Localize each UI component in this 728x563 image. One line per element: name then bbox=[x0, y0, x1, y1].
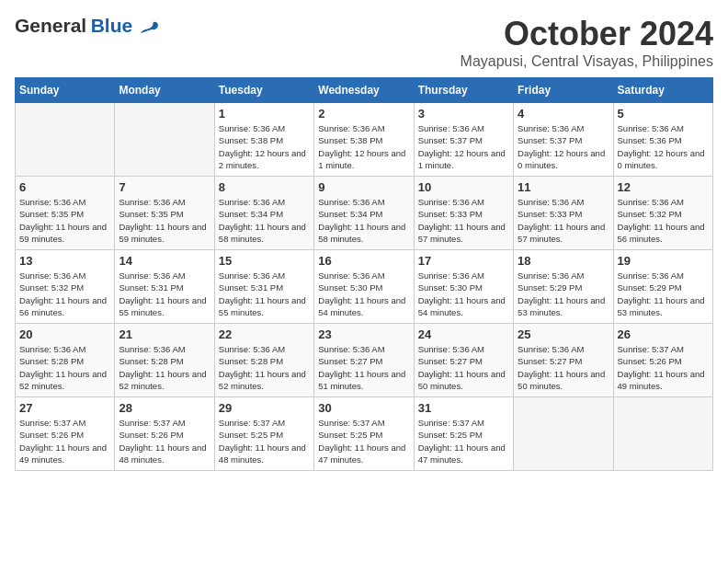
col-sunday: Sunday bbox=[16, 78, 115, 103]
week-row-1: 1Sunrise: 5:36 AMSunset: 5:38 PMDaylight… bbox=[16, 103, 713, 177]
day-number: 30 bbox=[318, 401, 409, 415]
logo-text: General Blue bbox=[15, 15, 159, 39]
day-number: 25 bbox=[518, 327, 609, 341]
cell-info: Sunrise: 5:37 AMSunset: 5:26 PMDaylight:… bbox=[618, 343, 709, 392]
cell-info: Sunrise: 5:36 AMSunset: 5:29 PMDaylight:… bbox=[618, 270, 709, 318]
calendar-cell: 19Sunrise: 5:36 AMSunset: 5:29 PMDayligh… bbox=[613, 250, 712, 324]
day-number: 23 bbox=[318, 327, 409, 341]
day-number: 18 bbox=[518, 254, 609, 268]
cell-info: Sunrise: 5:36 AMSunset: 5:37 PMDaylight:… bbox=[518, 122, 609, 171]
day-number: 6 bbox=[19, 180, 110, 194]
day-number: 17 bbox=[418, 254, 509, 268]
calendar-cell: 2Sunrise: 5:36 AMSunset: 5:38 PMDaylight… bbox=[314, 103, 414, 177]
calendar-cell: 11Sunrise: 5:36 AMSunset: 5:33 PMDayligh… bbox=[514, 177, 613, 250]
calendar-cell: 1Sunrise: 5:36 AMSunset: 5:38 PMDaylight… bbox=[214, 103, 313, 177]
day-number: 20 bbox=[19, 327, 110, 341]
calendar-cell: 15Sunrise: 5:36 AMSunset: 5:31 PMDayligh… bbox=[214, 250, 313, 324]
calendar-cell bbox=[613, 397, 712, 471]
col-wednesday: Wednesday bbox=[314, 78, 414, 103]
calendar-cell: 12Sunrise: 5:36 AMSunset: 5:32 PMDayligh… bbox=[613, 177, 712, 250]
col-tuesday: Tuesday bbox=[214, 78, 313, 103]
cell-info: Sunrise: 5:36 AMSunset: 5:34 PMDaylight:… bbox=[318, 196, 409, 245]
day-number: 15 bbox=[219, 254, 310, 268]
week-row-4: 20Sunrise: 5:36 AMSunset: 5:28 PMDayligh… bbox=[16, 324, 713, 397]
day-number: 24 bbox=[418, 327, 509, 341]
cell-info: Sunrise: 5:36 AMSunset: 5:32 PMDaylight:… bbox=[19, 270, 110, 318]
calendar-cell: 31Sunrise: 5:37 AMSunset: 5:25 PMDayligh… bbox=[414, 397, 513, 471]
calendar-cell bbox=[514, 397, 613, 471]
calendar-cell: 20Sunrise: 5:36 AMSunset: 5:28 PMDayligh… bbox=[16, 324, 115, 397]
cell-info: Sunrise: 5:36 AMSunset: 5:36 PMDaylight:… bbox=[618, 122, 709, 171]
calendar-cell: 8Sunrise: 5:36 AMSunset: 5:34 PMDaylight… bbox=[214, 177, 313, 250]
month-title: October 2024 bbox=[461, 15, 713, 53]
calendar-cell: 25Sunrise: 5:36 AMSunset: 5:27 PMDayligh… bbox=[514, 324, 613, 397]
calendar-cell: 13Sunrise: 5:36 AMSunset: 5:32 PMDayligh… bbox=[16, 250, 115, 324]
col-friday: Friday bbox=[514, 78, 613, 103]
cell-info: Sunrise: 5:36 AMSunset: 5:32 PMDaylight:… bbox=[618, 196, 709, 245]
cell-info: Sunrise: 5:36 AMSunset: 5:28 PMDaylight:… bbox=[219, 343, 310, 392]
cell-info: Sunrise: 5:36 AMSunset: 5:35 PMDaylight:… bbox=[119, 196, 210, 245]
cell-info: Sunrise: 5:36 AMSunset: 5:34 PMDaylight:… bbox=[219, 196, 310, 245]
day-number: 14 bbox=[119, 254, 210, 268]
calendar-cell: 16Sunrise: 5:36 AMSunset: 5:30 PMDayligh… bbox=[314, 250, 414, 324]
calendar-cell bbox=[16, 103, 115, 177]
day-number: 1 bbox=[219, 107, 310, 121]
day-number: 3 bbox=[418, 107, 509, 121]
day-number: 22 bbox=[219, 327, 310, 341]
cell-info: Sunrise: 5:36 AMSunset: 5:30 PMDaylight:… bbox=[418, 270, 509, 318]
page-header: General Blue October 2024 Mayapusi, Cent… bbox=[15, 15, 713, 70]
header-row: Sunday Monday Tuesday Wednesday Thursday… bbox=[16, 78, 713, 103]
day-number: 16 bbox=[318, 254, 409, 268]
calendar-cell: 28Sunrise: 5:37 AMSunset: 5:26 PMDayligh… bbox=[115, 397, 214, 471]
title-block: October 2024 Mayapusi, Central Visayas, … bbox=[461, 15, 713, 70]
day-number: 31 bbox=[418, 401, 509, 415]
cell-info: Sunrise: 5:36 AMSunset: 5:37 PMDaylight:… bbox=[418, 122, 509, 171]
calendar-table: Sunday Monday Tuesday Wednesday Thursday… bbox=[15, 77, 713, 471]
calendar-cell: 23Sunrise: 5:36 AMSunset: 5:27 PMDayligh… bbox=[314, 324, 414, 397]
cell-info: Sunrise: 5:36 AMSunset: 5:29 PMDaylight:… bbox=[518, 270, 609, 318]
cell-info: Sunrise: 5:36 AMSunset: 5:33 PMDaylight:… bbox=[518, 196, 609, 245]
cell-info: Sunrise: 5:36 AMSunset: 5:28 PMDaylight:… bbox=[119, 343, 210, 392]
week-row-5: 27Sunrise: 5:37 AMSunset: 5:26 PMDayligh… bbox=[16, 397, 713, 471]
col-saturday: Saturday bbox=[613, 78, 712, 103]
day-number: 9 bbox=[318, 180, 409, 194]
calendar-cell: 30Sunrise: 5:37 AMSunset: 5:25 PMDayligh… bbox=[314, 397, 414, 471]
day-number: 4 bbox=[518, 107, 609, 121]
col-thursday: Thursday bbox=[414, 78, 513, 103]
cell-info: Sunrise: 5:36 AMSunset: 5:28 PMDaylight:… bbox=[19, 343, 110, 392]
logo-bird-icon bbox=[139, 18, 159, 39]
day-number: 21 bbox=[119, 327, 210, 341]
day-number: 28 bbox=[119, 401, 210, 415]
location-title: Mayapusi, Central Visayas, Philippines bbox=[461, 53, 713, 70]
week-row-2: 6Sunrise: 5:36 AMSunset: 5:35 PMDaylight… bbox=[16, 177, 713, 250]
cell-info: Sunrise: 5:37 AMSunset: 5:25 PMDaylight:… bbox=[318, 417, 409, 465]
cell-info: Sunrise: 5:36 AMSunset: 5:38 PMDaylight:… bbox=[318, 122, 409, 171]
day-number: 26 bbox=[618, 327, 709, 341]
calendar-cell: 6Sunrise: 5:36 AMSunset: 5:35 PMDaylight… bbox=[16, 177, 115, 250]
calendar-cell: 7Sunrise: 5:36 AMSunset: 5:35 PMDaylight… bbox=[115, 177, 214, 250]
calendar-cell: 29Sunrise: 5:37 AMSunset: 5:25 PMDayligh… bbox=[214, 397, 313, 471]
cell-info: Sunrise: 5:36 AMSunset: 5:33 PMDaylight:… bbox=[418, 196, 509, 245]
cell-info: Sunrise: 5:36 AMSunset: 5:38 PMDaylight:… bbox=[219, 122, 310, 171]
day-number: 8 bbox=[219, 180, 310, 194]
calendar-cell: 22Sunrise: 5:36 AMSunset: 5:28 PMDayligh… bbox=[214, 324, 313, 397]
day-number: 27 bbox=[19, 401, 110, 415]
cell-info: Sunrise: 5:37 AMSunset: 5:25 PMDaylight:… bbox=[418, 417, 509, 465]
cell-info: Sunrise: 5:36 AMSunset: 5:35 PMDaylight:… bbox=[19, 196, 110, 245]
day-number: 13 bbox=[19, 254, 110, 268]
calendar-cell: 24Sunrise: 5:36 AMSunset: 5:27 PMDayligh… bbox=[414, 324, 513, 397]
cell-info: Sunrise: 5:36 AMSunset: 5:31 PMDaylight:… bbox=[219, 270, 310, 318]
cell-info: Sunrise: 5:36 AMSunset: 5:27 PMDaylight:… bbox=[518, 343, 609, 392]
logo: General Blue bbox=[15, 15, 159, 39]
day-number: 19 bbox=[618, 254, 709, 268]
cell-info: Sunrise: 5:36 AMSunset: 5:27 PMDaylight:… bbox=[418, 343, 509, 392]
day-number: 2 bbox=[318, 107, 409, 121]
calendar-cell: 4Sunrise: 5:36 AMSunset: 5:37 PMDaylight… bbox=[514, 103, 613, 177]
calendar-cell: 18Sunrise: 5:36 AMSunset: 5:29 PMDayligh… bbox=[514, 250, 613, 324]
calendar-cell: 27Sunrise: 5:37 AMSunset: 5:26 PMDayligh… bbox=[16, 397, 115, 471]
col-monday: Monday bbox=[115, 78, 214, 103]
day-number: 12 bbox=[618, 180, 709, 194]
cell-info: Sunrise: 5:37 AMSunset: 5:26 PMDaylight:… bbox=[119, 417, 210, 465]
day-number: 10 bbox=[418, 180, 509, 194]
calendar-cell: 17Sunrise: 5:36 AMSunset: 5:30 PMDayligh… bbox=[414, 250, 513, 324]
